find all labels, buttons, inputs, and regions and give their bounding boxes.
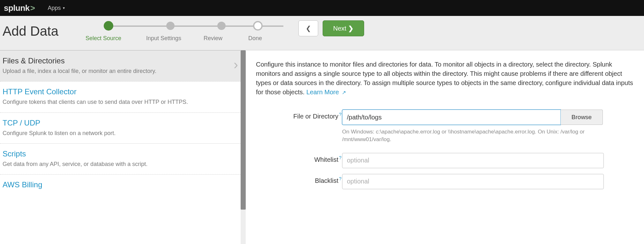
wizard-stepper: Select Source Input Settings Review Done — [86, 22, 287, 42]
blacklist-row: Blacklist? — [256, 174, 636, 189]
whitelist-input[interactable] — [342, 153, 604, 168]
help-icon[interactable]: ? — [339, 112, 341, 117]
topbar: splunk> Apps ▾ — [0, 0, 644, 16]
apps-menu[interactable]: Apps ▾ — [48, 5, 64, 11]
source-aws-billing[interactable]: AWS Billing — [0, 174, 246, 197]
page-header: Add Data Select Source Input Settings Re… — [0, 16, 644, 50]
chevron-right-icon: ❯ — [348, 25, 354, 32]
back-button[interactable]: ❮ — [298, 20, 318, 36]
page-title: Add Data — [3, 24, 58, 39]
file-directory-row: File or Directory? Browse On Windows: c:… — [256, 110, 636, 143]
file-input-wrap: Browse On Windows: c:\apache\apache.erro… — [342, 110, 636, 143]
chevron-left-icon: ❮ — [306, 25, 311, 32]
help-icon[interactable]: ? — [339, 155, 341, 160]
source-desc: Get data from any API, service, or datab… — [3, 160, 226, 168]
source-title: AWS Billing — [3, 180, 238, 189]
step-dot-4 — [253, 21, 263, 31]
blacklist-input[interactable] — [342, 174, 604, 189]
file-hint: On Windows: c:\apache\apache.error.log o… — [342, 128, 604, 143]
chevron-down-icon: ▾ — [63, 6, 65, 10]
whitelist-label: Whitelist? — [256, 153, 342, 163]
source-type-list: Files & Directories Upload a file, index… — [0, 50, 246, 244]
chevron-right-icon: › — [234, 57, 238, 72]
step-label-1: Select Source — [86, 35, 146, 42]
source-scripts[interactable]: Scripts Get data from any API, service, … — [0, 143, 246, 174]
learn-more-text: Learn More — [306, 89, 339, 96]
config-panel: Configure this instance to monitor files… — [246, 50, 644, 244]
source-title: Scripts — [3, 149, 238, 158]
source-http-event-collector[interactable]: HTTP Event Collector Configure tokens th… — [0, 81, 246, 112]
source-desc: Upload a file, index a local file, or mo… — [3, 67, 226, 75]
step-dot-3 — [217, 22, 226, 30]
blacklist-input-wrap — [342, 174, 636, 189]
label-text: File or Directory — [293, 113, 338, 120]
apps-label: Apps — [48, 5, 61, 11]
source-tcp-udp[interactable]: TCP / UDP Configure Splunk to listen on … — [0, 112, 246, 143]
label-text: Blacklist — [315, 177, 338, 184]
file-directory-label: File or Directory? — [256, 110, 342, 120]
source-title: TCP / UDP — [3, 118, 238, 127]
whitelist-input-wrap — [342, 153, 636, 168]
step-dot-1[interactable] — [104, 21, 113, 31]
header-buttons: ❮ Next ❯ — [298, 20, 364, 36]
logo-caret-icon: > — [30, 3, 35, 13]
config-form: File or Directory? Browse On Windows: c:… — [256, 110, 636, 189]
next-button[interactable]: Next ❯ — [323, 20, 364, 36]
learn-more-link[interactable]: Learn More ↗ — [306, 89, 346, 96]
source-files-directories[interactable]: Files & Directories Upload a file, index… — [0, 50, 246, 81]
blacklist-label: Blacklist? — [256, 174, 342, 184]
step-label-4: Done — [248, 35, 262, 42]
help-icon[interactable]: ? — [339, 176, 341, 181]
scrollbar-thumb[interactable] — [241, 50, 246, 210]
step-dot-2 — [166, 22, 175, 30]
whitelist-row: Whitelist? — [256, 153, 636, 168]
config-description: Configure this instance to monitor files… — [256, 60, 636, 97]
scrollbar-track[interactable] — [241, 50, 246, 244]
splunk-logo: splunk> — [4, 3, 35, 13]
step-label-3: Review — [204, 35, 248, 42]
source-desc: Configure tokens that clients can use to… — [3, 98, 226, 106]
step-label-2: Input Settings — [146, 35, 204, 42]
source-desc: Configure Splunk to listen on a network … — [3, 129, 226, 137]
source-title: Files & Directories — [3, 56, 238, 65]
logo-text: splunk — [4, 3, 30, 13]
step-track — [86, 22, 287, 31]
source-title: HTTP Event Collector — [3, 87, 238, 96]
step-labels: Select Source Input Settings Review Done — [86, 35, 287, 42]
browse-button[interactable]: Browse — [561, 110, 603, 125]
main-content: Files & Directories Upload a file, index… — [0, 50, 644, 244]
external-link-icon: ↗ — [340, 90, 346, 95]
file-input-group: Browse — [342, 110, 636, 125]
label-text: Whitelist — [314, 156, 339, 163]
file-directory-input[interactable] — [342, 110, 561, 125]
next-label: Next — [333, 25, 346, 32]
